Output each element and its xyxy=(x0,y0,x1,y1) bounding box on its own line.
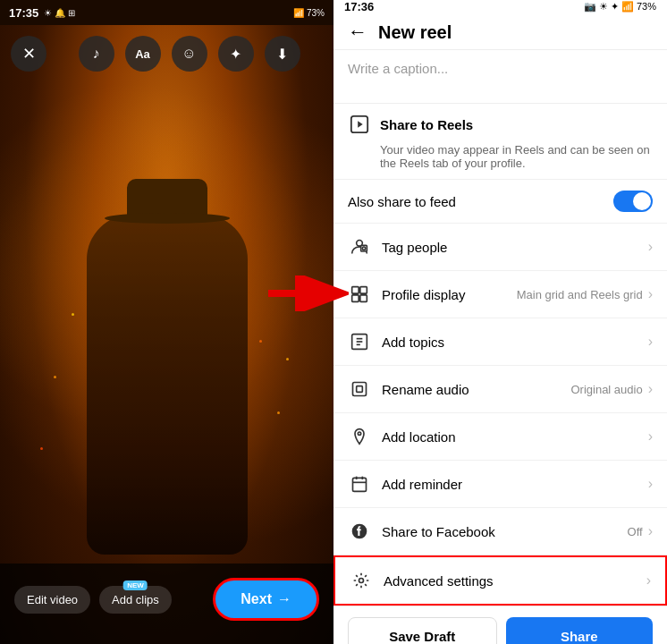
tag-people-icon xyxy=(348,235,371,258)
tag-people-row[interactable]: Tag people › xyxy=(334,224,667,271)
tag-people-right: › xyxy=(648,239,653,255)
rename-audio-value: Original audio xyxy=(570,383,642,396)
save-draft-button[interactable]: Save Draft xyxy=(348,617,497,644)
text-button[interactable]: Aa xyxy=(125,36,161,72)
left-battery: 📶 73% xyxy=(293,8,325,18)
add-location-label: Add location xyxy=(382,429,456,445)
right-time: 17:36 xyxy=(344,0,374,13)
edit-video-button[interactable]: Edit video xyxy=(14,586,90,614)
next-label: Next xyxy=(241,591,272,607)
figure-silhouette xyxy=(87,215,248,555)
add-topics-row[interactable]: Add topics › xyxy=(334,318,667,366)
add-topics-label: Add topics xyxy=(382,335,444,350)
add-location-row[interactable]: Add location › xyxy=(334,413,667,461)
bottom-actions: Save Draft Share xyxy=(334,606,667,644)
rename-audio-icon xyxy=(348,377,371,401)
share-to-reels-label: Share to Reels xyxy=(380,117,473,132)
add-location-chevron: › xyxy=(648,428,653,445)
add-reminder-row[interactable]: Add reminder › xyxy=(334,461,667,508)
advanced-settings-row[interactable]: Advanced settings › xyxy=(334,555,667,606)
svg-rect-15 xyxy=(353,383,367,396)
profile-display-left: Profile display xyxy=(348,283,465,306)
caption-area[interactable]: Write a caption... xyxy=(334,50,667,104)
spark xyxy=(259,340,262,343)
effects-button[interactable]: ✦ xyxy=(218,36,254,72)
advanced-settings-label: Advanced settings xyxy=(384,573,494,589)
music-button[interactable]: ♪ xyxy=(79,36,114,72)
profile-display-row[interactable]: Profile display Main grid and Reels grid… xyxy=(334,271,667,318)
sticker-button[interactable]: ☺ xyxy=(172,36,207,72)
share-facebook-value: Off xyxy=(628,525,643,538)
right-status-icons: 📷 ☀ ✦ 📶 73% xyxy=(584,1,656,13)
add-reminder-left: Add reminder xyxy=(348,472,462,496)
svg-point-23 xyxy=(359,579,364,583)
left-panel: 17:35 ☀ 🔔 ⊞ 📶 73% ✕ ♪ Aa ☺ ✦ ⬇ Edit vide… xyxy=(0,0,334,644)
right-header: ← New reel xyxy=(334,13,667,50)
share-facebook-chevron: › xyxy=(648,523,653,539)
bottom-buttons: Edit video NEW Add clips xyxy=(14,586,172,614)
left-status-icons: ☀ 🔔 ⊞ xyxy=(44,8,75,18)
rename-audio-chevron: › xyxy=(648,381,653,397)
share-facebook-left: Share to Facebook xyxy=(348,520,495,543)
advanced-settings-left: Advanced settings xyxy=(350,569,494,592)
svg-marker-3 xyxy=(358,121,363,127)
add-topics-left: Add topics xyxy=(348,330,444,353)
profile-display-label: Profile display xyxy=(382,287,465,302)
also-share-feed-row: Also share to feed xyxy=(334,180,667,224)
add-topics-right: › xyxy=(648,334,653,350)
add-reminder-label: Add reminder xyxy=(382,477,462,492)
add-reminder-icon xyxy=(348,472,371,496)
profile-display-icon xyxy=(348,283,371,306)
tag-people-label: Tag people xyxy=(382,240,447,255)
also-share-feed-label: Also share to feed xyxy=(348,194,456,209)
svg-rect-16 xyxy=(357,386,363,393)
new-badge: NEW xyxy=(123,580,148,590)
rename-audio-right: Original audio › xyxy=(570,381,653,397)
spark xyxy=(40,447,43,450)
also-share-feed-toggle[interactable] xyxy=(613,191,653,212)
figure-hat xyxy=(114,179,221,224)
next-button[interactable]: Next → xyxy=(213,578,319,621)
edit-video-label: Edit video xyxy=(27,593,78,606)
svg-rect-8 xyxy=(360,287,367,294)
hat-brim xyxy=(105,213,230,224)
add-reminder-right: › xyxy=(648,476,653,492)
add-reminder-chevron: › xyxy=(648,476,653,492)
effects-icon: ✦ xyxy=(230,46,241,63)
left-time: 17:35 xyxy=(9,6,38,20)
profile-display-right: Main grid and Reels grid › xyxy=(517,286,653,302)
add-clips-label: Add clips xyxy=(112,593,159,606)
svg-rect-9 xyxy=(352,295,359,302)
rename-audio-left: Rename audio xyxy=(348,377,469,401)
page-title: New reel xyxy=(378,22,452,43)
hat-top xyxy=(127,179,207,215)
spark xyxy=(277,411,280,414)
advanced-settings-icon xyxy=(350,569,373,592)
share-button[interactable]: Share xyxy=(506,617,654,644)
spark xyxy=(286,358,289,360)
share-facebook-row[interactable]: Share to Facebook Off › xyxy=(334,508,667,555)
share-facebook-right: Off › xyxy=(628,523,653,539)
left-status-bar: 17:35 ☀ 🔔 ⊞ 📶 73% xyxy=(0,0,334,25)
tag-people-chevron: › xyxy=(648,239,653,255)
text-icon: Aa xyxy=(135,47,150,61)
back-button[interactable]: ← xyxy=(348,21,367,44)
share-to-reels-description: Your video may appear in Reels and can b… xyxy=(334,140,667,180)
download-button[interactable]: ⬇ xyxy=(265,36,300,72)
left-bottom-bar: Edit video NEW Add clips Next → xyxy=(0,564,334,644)
reels-icon xyxy=(348,113,371,136)
svg-rect-10 xyxy=(360,295,367,302)
profile-display-chevron: › xyxy=(648,286,653,302)
advanced-settings-chevron: › xyxy=(646,572,651,589)
add-clips-button[interactable]: NEW Add clips xyxy=(99,586,172,614)
right-status-bar: 17:36 📷 ☀ ✦ 📶 73% xyxy=(334,0,667,13)
svg-point-17 xyxy=(358,432,360,435)
share-facebook-icon xyxy=(348,520,371,543)
rename-audio-row[interactable]: Rename audio Original audio › xyxy=(334,366,667,413)
svg-rect-7 xyxy=(352,287,359,294)
profile-display-value: Main grid and Reels grid xyxy=(517,288,643,301)
spark xyxy=(72,313,74,316)
figure-body xyxy=(87,215,248,555)
next-arrow-icon: → xyxy=(277,591,291,607)
add-topics-chevron: › xyxy=(648,334,653,350)
